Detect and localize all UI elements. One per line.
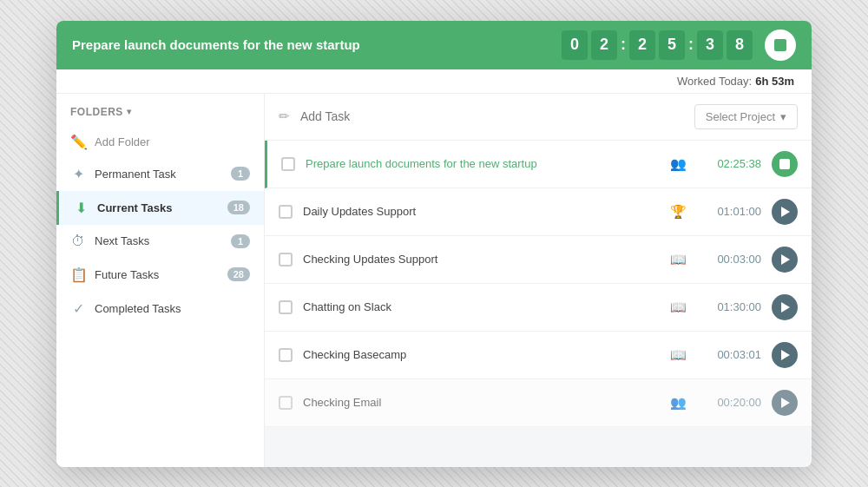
worked-today-label: Worked Today: bbox=[677, 75, 752, 88]
task-time: 00:20:00 bbox=[700, 396, 761, 409]
task-play-button[interactable] bbox=[772, 199, 798, 225]
task-name: Checking Basecamp bbox=[303, 348, 656, 361]
sidebar-item-label: Permanent Task bbox=[95, 168, 222, 181]
next-badge: 1 bbox=[231, 234, 250, 248]
top-bar: Prepare launch documents for the new sta… bbox=[56, 21, 812, 69]
task-row: Checking Updates Support 📖 00:03:00 bbox=[265, 236, 812, 284]
chevron-down-icon: ▾ bbox=[780, 110, 786, 123]
task-checkbox[interactable] bbox=[279, 348, 293, 362]
permanent-badge: 1 bbox=[231, 167, 250, 181]
sidebar-item-label: Completed Tasks bbox=[95, 302, 250, 315]
task-name: Checking Email bbox=[303, 396, 656, 409]
play-icon bbox=[781, 254, 790, 265]
task-name: Chatting on Slack bbox=[303, 300, 656, 313]
book-icon: 📖 bbox=[670, 347, 687, 363]
calendar-icon: 📋 bbox=[70, 267, 86, 283]
task-checkbox[interactable] bbox=[279, 205, 293, 219]
task-time: 01:30:00 bbox=[700, 300, 761, 313]
sidebar-item-label: Future Tasks bbox=[95, 268, 219, 281]
active-task-title: Prepare launch documents for the new sta… bbox=[72, 37, 360, 52]
add-task-input[interactable] bbox=[300, 109, 684, 123]
sidebar: Folders ▾ ✏️ Add Folder ✦ Permanent Task… bbox=[56, 94, 265, 467]
colon-2: : bbox=[688, 36, 694, 54]
task-list: Prepare launch documents for the new sta… bbox=[265, 141, 812, 467]
play-icon bbox=[781, 350, 790, 360]
play-icon bbox=[781, 302, 790, 313]
task-time: 00:03:00 bbox=[700, 253, 761, 266]
trophy-icon: 🏆 bbox=[670, 204, 687, 220]
digit-3: 5 bbox=[659, 30, 685, 60]
add-folder-label: Add Folder bbox=[95, 135, 150, 148]
colon-1: : bbox=[621, 36, 626, 54]
inbox-icon: ⬇ bbox=[73, 200, 89, 216]
task-checkbox[interactable] bbox=[279, 396, 293, 410]
task-play-button[interactable] bbox=[772, 247, 798, 273]
worked-today-value: 6h 53m bbox=[755, 75, 794, 88]
task-checkbox[interactable] bbox=[279, 253, 293, 267]
users-icon: 👥 bbox=[670, 156, 687, 172]
task-play-button[interactable] bbox=[772, 390, 798, 416]
task-row: Prepare launch documents for the new sta… bbox=[265, 141, 812, 188]
book-icon: 📖 bbox=[670, 252, 687, 267]
sidebar-item-future[interactable]: 📋 Future Tasks 28 bbox=[56, 258, 264, 292]
book-icon: 📖 bbox=[670, 299, 687, 315]
select-project-button[interactable]: Select Project ▾ bbox=[694, 104, 798, 129]
edit-task-icon: ✏ bbox=[279, 109, 290, 124]
play-icon bbox=[781, 207, 790, 217]
task-row: Chatting on Slack 📖 01:30:00 bbox=[265, 284, 812, 332]
task-play-button[interactable] bbox=[772, 342, 798, 368]
sidebar-item-label: Next Tasks bbox=[95, 234, 222, 247]
edit-icon: ✏️ bbox=[70, 134, 86, 150]
main-area: Folders ▾ ✏️ Add Folder ✦ Permanent Task… bbox=[56, 94, 812, 467]
task-play-button[interactable] bbox=[772, 294, 798, 320]
task-header: ✏ Select Project ▾ bbox=[265, 94, 812, 141]
global-stop-button[interactable] bbox=[765, 30, 796, 61]
task-checkbox[interactable] bbox=[281, 157, 295, 171]
task-time: 00:03:01 bbox=[700, 348, 761, 361]
task-row: Checking Email 👥 00:20:00 bbox=[265, 379, 812, 427]
digit-4: 3 bbox=[697, 30, 723, 60]
app-container: Prepare launch documents for the new sta… bbox=[56, 21, 812, 467]
worked-today-bar: Worked Today: 6h 53m bbox=[56, 69, 812, 94]
current-badge: 18 bbox=[227, 201, 250, 214]
task-time: 02:25:38 bbox=[700, 157, 761, 170]
check-icon: ✓ bbox=[70, 300, 86, 317]
timer-area: 0 2 : 2 5 : 3 8 bbox=[562, 30, 796, 61]
folders-label: Folders bbox=[70, 106, 123, 118]
future-badge: 28 bbox=[227, 267, 250, 281]
task-row: Checking Basecamp 📖 00:03:01 bbox=[265, 332, 812, 379]
digit-2: 2 bbox=[629, 30, 655, 60]
task-checkbox[interactable] bbox=[279, 300, 293, 314]
digit-5: 8 bbox=[727, 30, 753, 60]
task-name: Daily Updates Support bbox=[303, 205, 656, 218]
sidebar-item-label: Current Tasks bbox=[97, 201, 219, 214]
digit-1: 2 bbox=[591, 30, 617, 60]
users-icon: 👥 bbox=[670, 395, 687, 411]
star-icon: ✦ bbox=[70, 166, 86, 182]
play-icon bbox=[781, 398, 790, 408]
task-row: Daily Updates Support 🏆 01:01:00 bbox=[265, 188, 812, 236]
clock-icon: ⏱ bbox=[70, 234, 86, 249]
task-time: 01:01:00 bbox=[700, 205, 761, 218]
task-panel: ✏ Select Project ▾ Prepare launch docume… bbox=[265, 94, 812, 467]
task-name: Prepare launch documents for the new sta… bbox=[306, 157, 656, 170]
task-stop-button[interactable] bbox=[772, 151, 798, 177]
select-project-label: Select Project bbox=[706, 110, 775, 123]
sidebar-item-current[interactable]: ⬇ Current Tasks 18 bbox=[56, 191, 264, 225]
sidebar-item-completed[interactable]: ✓ Completed Tasks bbox=[56, 292, 264, 326]
stop-icon bbox=[779, 159, 790, 169]
chevron-down-icon: ▾ bbox=[127, 107, 132, 116]
timer-digits: 0 2 : 2 5 : 3 8 bbox=[562, 30, 753, 60]
folders-header[interactable]: Folders ▾ bbox=[56, 106, 264, 127]
sidebar-item-permanent[interactable]: ✦ Permanent Task 1 bbox=[56, 157, 264, 191]
add-folder-item[interactable]: ✏️ Add Folder bbox=[56, 127, 264, 157]
stop-icon bbox=[774, 39, 786, 51]
sidebar-item-next[interactable]: ⏱ Next Tasks 1 bbox=[56, 225, 264, 258]
digit-0: 0 bbox=[562, 30, 588, 60]
task-name: Checking Updates Support bbox=[303, 253, 656, 266]
